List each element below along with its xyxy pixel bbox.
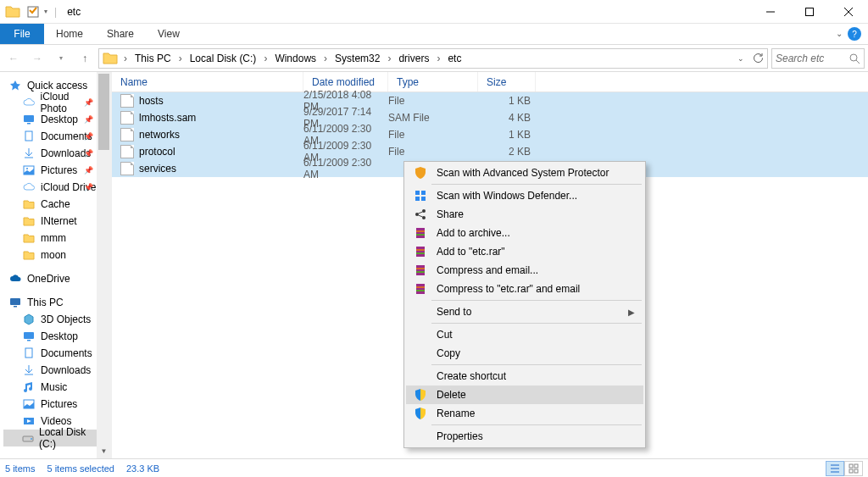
column-size[interactable]: Size <box>478 72 536 92</box>
tree-item-documents[interactable]: Documents <box>3 345 97 362</box>
pin-icon: 📌 <box>84 98 93 107</box>
breadcrumb[interactable]: › This PC› Local Disk (C:)› Windows› Sys… <box>98 48 768 69</box>
tree-item-documents[interactable]: Documents📌 <box>3 128 97 145</box>
tree-item-local-disk[interactable]: Local Disk (C:) <box>3 430 97 446</box>
breadcrumb-segment[interactable]: Windows <box>271 53 320 64</box>
file-name: services <box>139 163 176 175</box>
chevron-right-icon[interactable]: › <box>259 53 271 64</box>
chevron-right-icon[interactable]: › <box>320 53 331 64</box>
cm-label: Copy <box>437 347 460 359</box>
cm-delete[interactable]: Delete <box>406 385 643 404</box>
cm-add-etc-rar[interactable]: Add to "etc.rar" <box>406 242 643 261</box>
file-icon <box>120 94 134 108</box>
tree-item-icloud-photo[interactable]: iCloud Photo📌 <box>3 94 97 111</box>
search-input[interactable]: Search etc <box>771 48 865 69</box>
tree-label: This PC <box>27 297 64 308</box>
cm-scan-defender[interactable]: Scan with Windows Defender... <box>406 186 643 205</box>
3d-icon <box>22 313 36 326</box>
cm-cut[interactable]: Cut <box>406 325 643 344</box>
refresh-icon[interactable] <box>750 51 765 66</box>
cm-compress-email[interactable]: Compress and email... <box>406 261 643 280</box>
tree-item-pictures[interactable]: Pictures📌 <box>3 162 97 179</box>
cm-properties[interactable]: Properties <box>406 427 643 446</box>
qat-dropdown-icon[interactable]: ▾ <box>44 8 47 15</box>
breadcrumb-segment[interactable]: etc <box>444 53 465 64</box>
file-row[interactable]: protocol6/11/2009 2:30 AMFile2 KB <box>112 143 868 160</box>
tree-item-downloads[interactable]: Downloads📌 <box>3 145 97 162</box>
cm-share[interactable]: Share <box>406 205 643 224</box>
svg-rect-9 <box>14 306 17 308</box>
file-name: lmhosts.sam <box>139 112 196 124</box>
view-details-button[interactable] <box>826 461 844 476</box>
ribbon-expand-icon[interactable]: ⌄ <box>836 29 843 38</box>
cm-rename[interactable]: Rename <box>406 404 643 423</box>
tree-onedrive[interactable]: OneDrive <box>3 270 97 287</box>
tree-item-3d-objects[interactable]: 3D Objects <box>3 311 97 328</box>
cm-scan-asp[interactable]: Scan with Advanced System Protector <box>406 164 643 182</box>
breadcrumb-segment[interactable]: drivers <box>395 53 432 64</box>
tree-item-desktop[interactable]: Desktop📌 <box>3 111 97 128</box>
tree-item-pictures[interactable]: Pictures <box>3 396 97 413</box>
chevron-right-icon[interactable]: › <box>120 53 131 64</box>
tree-item-folder[interactable]: mmm <box>3 230 97 247</box>
nav-up-button[interactable]: ↑ <box>75 48 95 69</box>
tree-item-folder[interactable]: Cache <box>3 196 97 213</box>
column-type[interactable]: Type <box>388 72 478 92</box>
tab-file[interactable]: File <box>0 24 44 44</box>
status-items: 5 items <box>5 463 35 474</box>
breadcrumb-segment[interactable]: This PC <box>131 53 175 64</box>
tree-label: moon <box>41 249 66 261</box>
svg-rect-27 <box>416 247 425 257</box>
status-selected: 5 items selected <box>47 463 114 474</box>
breadcrumb-dropdown-icon[interactable]: ⌄ <box>733 51 748 66</box>
tree-item-music[interactable]: Music <box>3 379 97 396</box>
tree-item-downloads[interactable]: Downloads <box>3 362 97 379</box>
archive-icon <box>413 244 428 259</box>
cm-send-to[interactable]: Send to▶ <box>406 302 643 321</box>
nav-back-button[interactable]: ← <box>3 48 24 69</box>
column-name[interactable]: Name <box>112 72 303 92</box>
tree-item-desktop[interactable]: Desktop <box>3 328 97 345</box>
nav-forward-button[interactable]: → <box>27 48 47 69</box>
tree-scrollbar[interactable]: ▲ ▼ <box>97 72 111 458</box>
help-icon[interactable]: ? <box>848 27 861 41</box>
window-title: etc <box>64 6 81 18</box>
cm-copy[interactable]: Copy <box>406 344 643 363</box>
file-row[interactable]: hosts2/15/2018 4:08 PMFile1 KB <box>112 92 868 109</box>
breadcrumb-segment[interactable]: Local Disk (C:) <box>186 53 260 64</box>
breadcrumb-segment[interactable]: System32 <box>331 53 383 64</box>
close-button[interactable] <box>829 0 868 23</box>
svg-rect-17 <box>415 191 420 195</box>
svg-rect-3 <box>24 115 34 122</box>
cm-create-shortcut[interactable]: Create shortcut <box>406 367 643 385</box>
tree-item-folder[interactable]: INternet <box>3 213 97 230</box>
archive-icon <box>413 225 428 241</box>
maximize-button[interactable] <box>790 0 829 23</box>
cm-compress-etc-email[interactable]: Compress to "etc.rar" and email <box>406 280 643 298</box>
share-icon <box>413 207 428 222</box>
tree-label: 3D Objects <box>41 313 91 325</box>
chevron-right-icon[interactable]: › <box>175 53 186 64</box>
scroll-down-icon[interactable]: ▼ <box>97 444 111 458</box>
cm-add-archive[interactable]: Add to archive... <box>406 224 643 242</box>
tab-share[interactable]: Share <box>95 24 146 44</box>
svg-rect-5 <box>25 131 32 141</box>
file-row[interactable]: lmhosts.sam9/29/2017 7:14 PMSAM File4 KB <box>112 109 868 126</box>
scroll-thumb[interactable] <box>98 74 109 150</box>
tree-item-icloud-drive[interactable]: iCloud Drive📌 <box>3 179 97 196</box>
svg-rect-24 <box>416 228 425 238</box>
chevron-right-icon[interactable]: › <box>432 53 444 64</box>
tree-this-pc[interactable]: This PC <box>3 294 97 311</box>
svg-point-2 <box>850 54 857 61</box>
chevron-right-icon[interactable]: › <box>383 53 395 64</box>
file-icon <box>120 145 134 158</box>
tab-view[interactable]: View <box>146 24 192 44</box>
nav-history-dropdown[interactable]: ▾ <box>51 48 71 69</box>
file-row[interactable]: networks6/11/2009 2:30 AMFile1 KB <box>112 126 868 143</box>
tree-item-folder[interactable]: moon <box>3 247 97 263</box>
archive-icon <box>413 263 428 278</box>
view-large-button[interactable] <box>844 461 863 476</box>
minimize-button[interactable] <box>751 0 790 23</box>
qat-props-icon[interactable] <box>27 6 39 18</box>
tab-home[interactable]: Home <box>44 24 95 44</box>
